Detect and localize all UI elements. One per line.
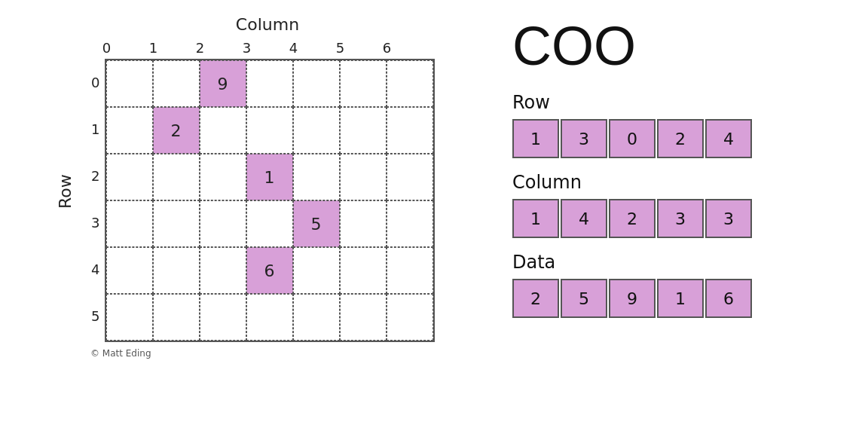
matrix-cell — [200, 200, 246, 247]
matrix-cell — [340, 294, 387, 341]
matrix-cell — [106, 60, 153, 107]
matrix-cell: 1 — [246, 154, 293, 200]
matrix-cell — [106, 294, 153, 341]
matrix-cell — [293, 60, 340, 107]
array-cell: 1 — [512, 199, 559, 238]
matrix-cell — [340, 200, 387, 247]
matrix-cell — [153, 247, 200, 294]
array-cell: 9 — [609, 279, 656, 318]
matrix-cell — [293, 154, 340, 200]
matrix-cell: 5 — [293, 200, 340, 247]
matrix-cell — [106, 200, 153, 247]
right-panel: COO Row 13024 Column 14233 Data 25916 — [490, 0, 868, 347]
matrix-grid: 92156 — [105, 59, 435, 342]
matrix-area: Row 0123456 012345 92156 — [56, 40, 435, 342]
matrix-cell — [153, 154, 200, 200]
row-label-left: Row — [56, 48, 75, 335]
matrix-cell — [200, 154, 246, 200]
matrix-wrapper: 0123456 012345 92156 — [82, 40, 435, 342]
coo-title: COO — [512, 15, 845, 77]
matrix-cell — [293, 107, 340, 154]
col-array-row: 14233 — [512, 199, 845, 238]
array-cell: 1 — [512, 119, 559, 158]
matrix-cell — [200, 294, 246, 341]
matrix-cell — [246, 60, 293, 107]
row-array-section: Row 13024 — [512, 92, 845, 158]
matrix-cell — [200, 247, 246, 294]
data-array-section: Data 25916 — [512, 252, 845, 318]
array-cell: 2 — [609, 199, 656, 238]
array-cell: 2 — [512, 279, 559, 318]
array-cell: 3 — [705, 199, 752, 238]
col-index-label: 1 — [130, 40, 177, 56]
col-index-label: 5 — [317, 40, 364, 56]
matrix-cell — [340, 247, 387, 294]
row-index-label: 4 — [82, 246, 105, 292]
matrix-cell — [293, 247, 340, 294]
array-cell: 6 — [705, 279, 752, 318]
array-cell: 1 — [657, 279, 704, 318]
col-array-label: Column — [512, 172, 845, 193]
matrix-cell: 9 — [200, 60, 246, 107]
matrix-cell — [293, 294, 340, 341]
matrix-cell — [153, 294, 200, 341]
col-indices: 0123456 — [84, 40, 435, 59]
matrix-cell: 2 — [153, 107, 200, 154]
matrix-cell — [106, 107, 153, 154]
matrix-cell — [387, 200, 433, 247]
row-index-label: 5 — [82, 292, 105, 339]
matrix-cell — [153, 60, 200, 107]
matrix-cell — [106, 247, 153, 294]
matrix-cell — [246, 294, 293, 341]
data-array-row: 25916 — [512, 279, 845, 318]
col-index-label: 3 — [224, 40, 270, 56]
col-index-label: 4 — [270, 40, 317, 56]
matrix-cell — [340, 60, 387, 107]
matrix-cell — [387, 294, 433, 341]
col-label-top: Column — [236, 15, 299, 34]
row-indices: 012345 — [82, 59, 105, 342]
left-panel: Column Row 0123456 012345 92156 © Matt E… — [0, 0, 490, 374]
matrix-cell — [387, 247, 433, 294]
array-cell: 2 — [657, 119, 704, 158]
matrix-cell — [200, 107, 246, 154]
copyright: © Matt Eding — [90, 348, 151, 359]
row-array-label: Row — [512, 92, 845, 113]
array-cell: 4 — [705, 119, 752, 158]
array-cell: 5 — [561, 279, 607, 318]
matrix-cell — [106, 154, 153, 200]
matrix-cell — [387, 154, 433, 200]
col-index-label: 0 — [84, 40, 130, 56]
row-array-row: 13024 — [512, 119, 845, 158]
matrix-cell — [340, 107, 387, 154]
matrix-cell — [153, 200, 200, 247]
array-cell: 0 — [609, 119, 656, 158]
matrix-cell — [387, 107, 433, 154]
matrix-cell — [246, 200, 293, 247]
col-index-label: 6 — [364, 40, 411, 56]
row-index-label: 1 — [82, 105, 105, 152]
row-index-label: 3 — [82, 199, 105, 246]
array-cell: 3 — [561, 119, 607, 158]
row-index-label: 0 — [82, 59, 105, 105]
data-array-label: Data — [512, 252, 845, 273]
col-array-section: Column 14233 — [512, 172, 845, 238]
matrix-cell — [387, 60, 433, 107]
row-index-label: 2 — [82, 152, 105, 199]
col-index-label: 2 — [177, 40, 224, 56]
matrix-cell — [246, 107, 293, 154]
matrix-cell — [340, 154, 387, 200]
array-cell: 3 — [657, 199, 704, 238]
array-cell: 4 — [561, 199, 607, 238]
matrix-cell: 6 — [246, 247, 293, 294]
matrix-rows: 012345 92156 — [82, 59, 435, 342]
